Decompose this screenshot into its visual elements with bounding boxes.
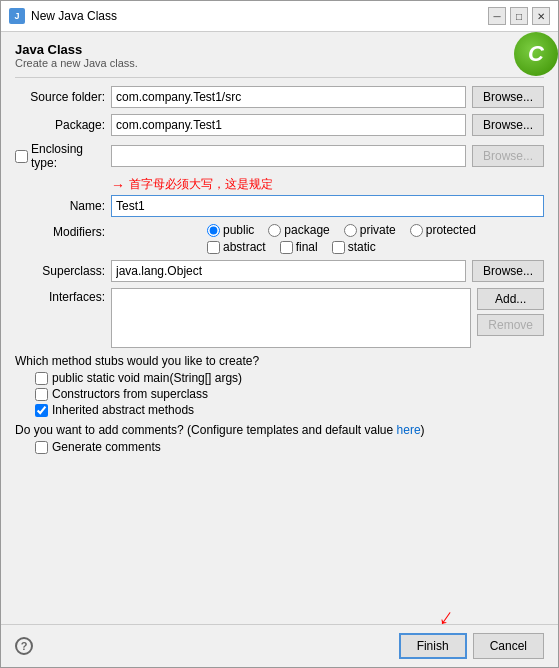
header-divider	[15, 77, 544, 78]
comments-question-text: Do you want to add comments? (Configure …	[15, 423, 397, 437]
modifier-public-label: public	[223, 223, 254, 237]
comments-section: Do you want to add comments? (Configure …	[15, 423, 544, 454]
package-label: Package:	[15, 118, 105, 132]
finish-button[interactable]: Finish	[399, 633, 467, 659]
source-folder-label: Source folder:	[15, 90, 105, 104]
minimize-button[interactable]: ─	[488, 7, 506, 25]
interfaces-area: Interfaces: Add... Remove	[15, 288, 544, 348]
generate-comments-checkbox[interactable]	[35, 441, 48, 454]
modifiers-container: public package private protected	[207, 223, 476, 254]
section-subtitle: Create a new Java class.	[15, 57, 544, 69]
window: J New Java Class ─ □ ✕ C Java Class Crea…	[0, 0, 559, 668]
modifiers-label: Modifiers:	[15, 223, 105, 239]
annotation-arrow-icon: →	[111, 177, 125, 193]
enclosing-input[interactable]	[111, 145, 466, 167]
stubs-inherited-label: Inherited abstract methods	[52, 403, 194, 417]
name-input[interactable]	[111, 195, 544, 217]
generate-comments-label: Generate comments	[52, 440, 161, 454]
interfaces-label: Interfaces:	[15, 288, 105, 304]
footer-buttons: Finish Cancel	[399, 633, 544, 659]
footer: ↓ ? Finish Cancel	[1, 624, 558, 667]
stubs-main-checkbox[interactable]	[35, 372, 48, 385]
modifiers-radio-group: public package private protected	[207, 223, 476, 237]
section-title: Java Class	[15, 42, 544, 57]
enclosing-checkbox[interactable]	[15, 150, 28, 163]
name-label: Name:	[15, 199, 105, 213]
stubs-main-label: public static void main(String[] args)	[52, 371, 242, 385]
modifiers-check-group: abstract final static	[207, 240, 476, 254]
modifier-static: static	[332, 240, 376, 254]
modifier-abstract-label: abstract	[223, 240, 266, 254]
modifier-static-label: static	[348, 240, 376, 254]
window-icon: J	[9, 8, 25, 24]
modifier-public-radio[interactable]	[207, 224, 220, 237]
modifiers-row: Modifiers: public package private	[15, 223, 544, 254]
modifier-private-label: private	[360, 223, 396, 237]
enclosing-browse: Browse...	[472, 145, 544, 167]
help-button[interactable]: ?	[15, 637, 33, 655]
title-controls: ─ □ ✕	[488, 7, 550, 25]
package-input[interactable]	[111, 114, 466, 136]
interfaces-remove-button: Remove	[477, 314, 544, 336]
annotation-text: 首字母必须大写，这是规定	[129, 176, 273, 193]
stubs-title: Which method stubs would you like to cre…	[15, 354, 544, 368]
source-folder-input[interactable]	[111, 86, 466, 108]
modifier-final: final	[280, 240, 318, 254]
modifier-protected-radio[interactable]	[410, 224, 423, 237]
interfaces-add-button[interactable]: Add...	[477, 288, 544, 310]
package-row: Package: Browse...	[15, 114, 544, 136]
comments-question-end: )	[421, 423, 425, 437]
modifier-static-check[interactable]	[332, 241, 345, 254]
stubs-constructor-check: Constructors from superclass	[35, 387, 544, 401]
cancel-button[interactable]: Cancel	[473, 633, 544, 659]
close-button[interactable]: ✕	[532, 7, 550, 25]
logo-icon: C	[514, 32, 558, 76]
stubs-main-check: public static void main(String[] args)	[35, 371, 544, 385]
stubs-section: Which method stubs would you like to cre…	[15, 354, 544, 417]
modifier-protected: protected	[410, 223, 476, 237]
interfaces-list	[111, 288, 471, 348]
modifier-final-label: final	[296, 240, 318, 254]
modifier-package-radio[interactable]	[268, 224, 281, 237]
modifier-public: public	[207, 223, 254, 237]
modifier-abstract-check[interactable]	[207, 241, 220, 254]
interfaces-buttons: Add... Remove	[477, 288, 544, 336]
maximize-button[interactable]: □	[510, 7, 528, 25]
enclosing-label: Enclosing type:	[31, 142, 105, 170]
stubs-constructor-label: Constructors from superclass	[52, 387, 208, 401]
name-row: Name:	[15, 195, 544, 217]
svg-text:J: J	[14, 11, 19, 21]
modifier-final-check[interactable]	[280, 241, 293, 254]
superclass-label: Superclass:	[15, 264, 105, 278]
source-folder-row: Source folder: Browse...	[15, 86, 544, 108]
annotation-area: → 首字母必须大写，这是规定	[111, 176, 544, 193]
comments-here-link[interactable]: here	[397, 423, 421, 437]
modifier-package-label: package	[284, 223, 329, 237]
enclosing-row: Enclosing type: Browse...	[15, 142, 544, 170]
superclass-input[interactable]	[111, 260, 466, 282]
footer-left: ?	[15, 637, 33, 655]
stubs-constructor-checkbox[interactable]	[35, 388, 48, 401]
superclass-browse[interactable]: Browse...	[472, 260, 544, 282]
source-folder-browse[interactable]: Browse...	[472, 86, 544, 108]
comments-check: Generate comments	[35, 440, 544, 454]
superclass-row: Superclass: Browse...	[15, 260, 544, 282]
modifier-private: private	[344, 223, 396, 237]
stubs-inherited-check: Inherited abstract methods	[35, 403, 544, 417]
window-title: New Java Class	[31, 9, 482, 23]
modifier-private-radio[interactable]	[344, 224, 357, 237]
package-browse[interactable]: Browse...	[472, 114, 544, 136]
modifier-abstract: abstract	[207, 240, 266, 254]
comments-question: Do you want to add comments? (Configure …	[15, 423, 544, 437]
title-bar: J New Java Class ─ □ ✕	[1, 1, 558, 32]
stubs-inherited-checkbox[interactable]	[35, 404, 48, 417]
modifier-package: package	[268, 223, 329, 237]
modifier-protected-label: protected	[426, 223, 476, 237]
section-header: Java Class Create a new Java class.	[15, 42, 544, 69]
